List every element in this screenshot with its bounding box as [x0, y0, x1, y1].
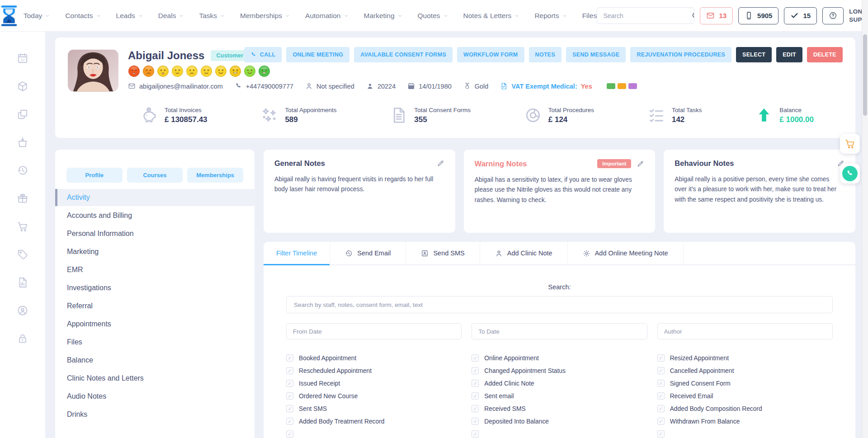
search-icon[interactable]: [691, 8, 694, 24]
page-scrollbar[interactable]: [862, 0, 868, 438]
checkbox-checked-icon[interactable]: ✓: [286, 418, 293, 425]
checkbox-checked-icon[interactable]: ✓: [472, 380, 479, 387]
filter-checkbox-online-appointment[interactable]: ✓Online Appointment: [472, 354, 647, 362]
rail-copy-icon[interactable]: [17, 108, 28, 120]
filter-checkbox-rescheduled-appointment[interactable]: ✓Rescheduled Appointment: [286, 367, 462, 374]
tab-send-email[interactable]: Send Email: [330, 242, 406, 264]
checkbox-checked-icon[interactable]: ✓: [657, 392, 665, 400]
call-button[interactable]: CALL: [244, 47, 282, 62]
floating-cart-button[interactable]: [840, 134, 860, 154]
rail-history-icon[interactable]: [17, 165, 28, 176]
mood-emoji-9[interactable]: [244, 65, 256, 77]
floating-phone-button[interactable]: [840, 164, 860, 184]
rail-gift-icon[interactable]: [17, 193, 28, 204]
nav-item-notes-letters[interactable]: Notes & Letters: [463, 12, 520, 20]
checkbox-checked-icon[interactable]: ✓: [286, 380, 293, 387]
help-button[interactable]: [822, 7, 844, 24]
client-vat-status[interactable]: VAT Exempt Medical: Yes: [500, 82, 592, 90]
sidebar-item-drinks[interactable]: Drinks: [55, 406, 255, 423]
filter-checkbox-booked-appointment[interactable]: ✓Booked Appointment: [286, 354, 462, 362]
rail-tag-icon[interactable]: [17, 249, 28, 260]
checkbox-checked-icon[interactable]: ✓: [657, 405, 665, 412]
sidebar-item-investigations[interactable]: Investigations: [55, 279, 255, 297]
filter-checkbox-partial[interactable]: ✓: [286, 430, 462, 438]
nav-item-marketing[interactable]: Marketing: [364, 12, 403, 20]
author-input[interactable]: [657, 323, 833, 339]
checkbox-checked-icon[interactable]: ✓: [286, 392, 293, 400]
sidebar-item-emr[interactable]: EMR: [55, 261, 255, 278]
sidebar-item-balance[interactable]: Balance: [55, 352, 255, 369]
tab-send-sms[interactable]: Send SMS: [406, 242, 480, 264]
nav-item-leads[interactable]: Leads: [116, 12, 143, 20]
filter-checkbox-sent-sms[interactable]: ✓Sent SMS: [286, 405, 462, 412]
tab-profile[interactable]: Profile: [66, 168, 123, 183]
checkbox-checked-icon[interactable]: ✓: [472, 367, 479, 374]
rejuvenation-procedures-button[interactable]: REJUVENATION PROCEDURES: [630, 47, 731, 62]
rail-cart-icon[interactable]: [17, 221, 28, 232]
nav-item-deals[interactable]: Deals: [158, 12, 184, 20]
checkbox-checked-icon[interactable]: ✓: [472, 405, 479, 412]
mood-emoji-2[interactable]: [142, 65, 155, 77]
sidebar-item-personal-information[interactable]: Personal Information: [55, 225, 255, 242]
checkbox-checked-icon[interactable]: ✓: [657, 380, 665, 387]
checkbox-checked-icon[interactable]: ✓: [286, 405, 293, 412]
timeline-search-input[interactable]: [286, 296, 833, 313]
sidebar-item-accounts-and-billing[interactable]: Accounts and Billing: [55, 207, 255, 224]
scrollbar-thumb[interactable]: [863, 34, 867, 116]
edit-button[interactable]: EDIT: [776, 47, 802, 62]
filter-checkbox-issued-receipt[interactable]: ✓Issued Receipt: [286, 380, 462, 387]
checkbox-checked-icon[interactable]: ✓: [657, 354, 665, 362]
nav-item-memberships[interactable]: Memberships: [240, 12, 290, 20]
client-photo[interactable]: [68, 49, 118, 92]
filter-checkbox-resized-appointment[interactable]: ✓Resized Appointment: [657, 354, 833, 362]
checkbox-checked-icon[interactable]: ✓: [657, 418, 665, 425]
sidebar-item-marketing[interactable]: Marketing: [55, 243, 255, 260]
checkbox-checked-icon[interactable]: ✓: [286, 354, 293, 362]
mood-emoji-5[interactable]: [186, 65, 198, 77]
checkbox-checked-icon[interactable]: ✓: [472, 430, 479, 438]
sidebar-item-activity[interactable]: Activity: [55, 189, 255, 206]
rail-shop-icon[interactable]: [17, 137, 28, 148]
edit-pencil-icon[interactable]: [437, 160, 444, 167]
tab-memberships[interactable]: Memberships: [187, 168, 243, 183]
rail-report-icon[interactable]: [17, 277, 28, 288]
mood-emoji-8[interactable]: [229, 65, 241, 77]
checkbox-checked-icon[interactable]: ✓: [286, 367, 293, 374]
nav-item-quotes[interactable]: Quotes: [418, 12, 448, 20]
sidebar-item-audio-notes[interactable]: Audio Notes: [55, 388, 255, 405]
tab-add-online-meeting-note[interactable]: Add Online Meeting Note: [568, 242, 684, 264]
filter-checkbox-sent-email[interactable]: ✓Sent email: [472, 392, 647, 400]
filter-checkbox-deposited-into-balance[interactable]: ✓Deposited Into Balance: [472, 418, 647, 425]
tab-courses[interactable]: Courses: [127, 168, 183, 183]
client-email[interactable]: abigailjones@mailinator.com: [128, 82, 223, 90]
online-meeting-button[interactable]: ONLINE MEETING: [286, 47, 349, 62]
filter-checkbox-cancelled-appointment[interactable]: ✓Cancelled Appointment: [657, 367, 833, 374]
client-phone[interactable]: +447490009777: [235, 82, 293, 90]
filter-checkbox-partial[interactable]: ✓: [657, 430, 833, 438]
rail-calendar12-icon[interactable]: 12: [17, 52, 28, 64]
filter-checkbox-received-email[interactable]: ✓Received Email: [657, 392, 833, 400]
mail-badge[interactable]: 13: [700, 7, 733, 24]
filter-checkbox-changed-appointment-status[interactable]: ✓Changed Appointment Status: [472, 367, 647, 374]
sidebar-item-appointments[interactable]: Appointments: [55, 316, 255, 333]
checkbox-checked-icon[interactable]: ✓: [657, 430, 665, 438]
nav-item-today[interactable]: Today: [24, 12, 50, 20]
sidebar-item-referral[interactable]: Referral: [55, 297, 255, 315]
nav-item-contacts[interactable]: Contacts: [65, 12, 101, 20]
filter-checkbox-added-body-treatment-record[interactable]: ✓Added Body Treatment Record: [286, 418, 462, 425]
select-button[interactable]: SELECT: [736, 47, 772, 62]
nav-item-reports[interactable]: Reports: [534, 12, 567, 20]
client-color-labels[interactable]: [607, 83, 637, 89]
app-logo[interactable]: [0, 5, 18, 27]
rail-package-icon[interactable]: [17, 80, 28, 92]
mood-emoji-3[interactable]: [157, 65, 169, 77]
checkbox-checked-icon[interactable]: ✓: [286, 430, 293, 438]
filter-checkbox-added-body-composition-record[interactable]: ✓Added Body Composition Record: [657, 405, 833, 412]
tab-add-clinic-note[interactable]: Add Clinic Note: [480, 242, 568, 264]
mood-emoji-6[interactable]: [200, 65, 212, 77]
filter-checkbox-withdrawn-from-balance[interactable]: ✓Withdrawn From Balance: [657, 418, 833, 425]
rail-support-icon[interactable]: [17, 305, 28, 316]
available-consent-forms-button[interactable]: AVAILABLE CONSENT FORMS: [354, 47, 453, 62]
notes-button[interactable]: NOTES: [529, 47, 562, 62]
mood-emoji-7[interactable]: [215, 65, 227, 77]
